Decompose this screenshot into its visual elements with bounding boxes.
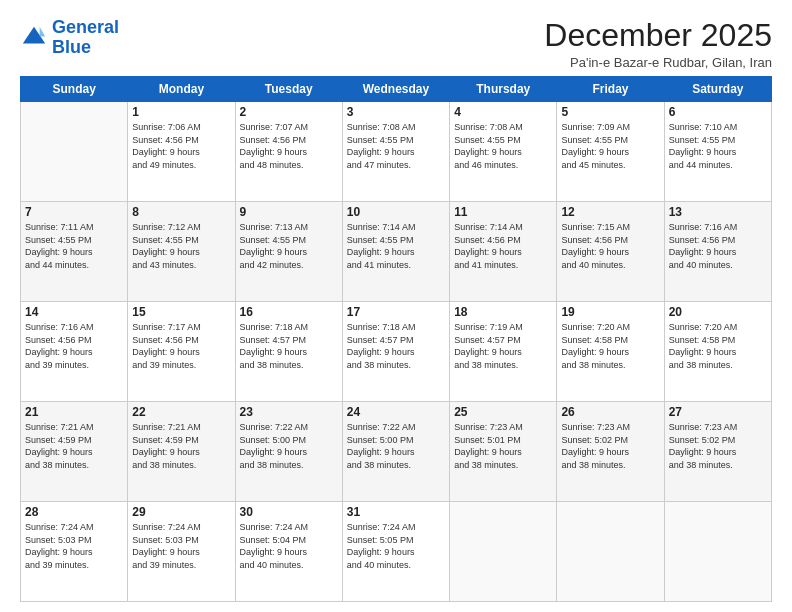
calendar-cell: 21Sunrise: 7:21 AM Sunset: 4:59 PM Dayli… (21, 402, 128, 502)
calendar-cell: 9Sunrise: 7:13 AM Sunset: 4:55 PM Daylig… (235, 202, 342, 302)
day-number: 6 (669, 105, 767, 119)
cell-info: Sunrise: 7:21 AM Sunset: 4:59 PM Dayligh… (132, 421, 230, 471)
day-number: 10 (347, 205, 445, 219)
cell-info: Sunrise: 7:23 AM Sunset: 5:02 PM Dayligh… (561, 421, 659, 471)
weekday-header-sunday: Sunday (21, 77, 128, 102)
weekday-header-wednesday: Wednesday (342, 77, 449, 102)
calendar-cell (557, 502, 664, 602)
calendar-cell: 17Sunrise: 7:18 AM Sunset: 4:57 PM Dayli… (342, 302, 449, 402)
calendar-cell: 31Sunrise: 7:24 AM Sunset: 5:05 PM Dayli… (342, 502, 449, 602)
logo-icon (20, 24, 48, 52)
day-number: 2 (240, 105, 338, 119)
day-number: 12 (561, 205, 659, 219)
day-number: 21 (25, 405, 123, 419)
cell-info: Sunrise: 7:16 AM Sunset: 4:56 PM Dayligh… (25, 321, 123, 371)
calendar-cell: 4Sunrise: 7:08 AM Sunset: 4:55 PM Daylig… (450, 102, 557, 202)
cell-info: Sunrise: 7:24 AM Sunset: 5:04 PM Dayligh… (240, 521, 338, 571)
calendar-cell: 10Sunrise: 7:14 AM Sunset: 4:55 PM Dayli… (342, 202, 449, 302)
calendar-cell: 12Sunrise: 7:15 AM Sunset: 4:56 PM Dayli… (557, 202, 664, 302)
calendar-cell: 23Sunrise: 7:22 AM Sunset: 5:00 PM Dayli… (235, 402, 342, 502)
cell-info: Sunrise: 7:14 AM Sunset: 4:56 PM Dayligh… (454, 221, 552, 271)
cell-info: Sunrise: 7:07 AM Sunset: 4:56 PM Dayligh… (240, 121, 338, 171)
cell-info: Sunrise: 7:12 AM Sunset: 4:55 PM Dayligh… (132, 221, 230, 271)
cell-info: Sunrise: 7:08 AM Sunset: 4:55 PM Dayligh… (454, 121, 552, 171)
cell-info: Sunrise: 7:13 AM Sunset: 4:55 PM Dayligh… (240, 221, 338, 271)
logo-general: General (52, 17, 119, 37)
main-title: December 2025 (544, 18, 772, 53)
day-number: 22 (132, 405, 230, 419)
week-row-5: 28Sunrise: 7:24 AM Sunset: 5:03 PM Dayli… (21, 502, 772, 602)
calendar-cell: 5Sunrise: 7:09 AM Sunset: 4:55 PM Daylig… (557, 102, 664, 202)
cell-info: Sunrise: 7:21 AM Sunset: 4:59 PM Dayligh… (25, 421, 123, 471)
weekday-header-monday: Monday (128, 77, 235, 102)
title-block: December 2025 Pa'in-e Bazar-e Rudbar, Gi… (544, 18, 772, 70)
calendar-cell: 14Sunrise: 7:16 AM Sunset: 4:56 PM Dayli… (21, 302, 128, 402)
day-number: 25 (454, 405, 552, 419)
calendar-cell: 1Sunrise: 7:06 AM Sunset: 4:56 PM Daylig… (128, 102, 235, 202)
calendar-cell (450, 502, 557, 602)
cell-info: Sunrise: 7:16 AM Sunset: 4:56 PM Dayligh… (669, 221, 767, 271)
day-number: 11 (454, 205, 552, 219)
calendar-cell: 11Sunrise: 7:14 AM Sunset: 4:56 PM Dayli… (450, 202, 557, 302)
calendar-cell: 7Sunrise: 7:11 AM Sunset: 4:55 PM Daylig… (21, 202, 128, 302)
calendar-cell: 18Sunrise: 7:19 AM Sunset: 4:57 PM Dayli… (450, 302, 557, 402)
calendar-cell: 8Sunrise: 7:12 AM Sunset: 4:55 PM Daylig… (128, 202, 235, 302)
day-number: 27 (669, 405, 767, 419)
calendar-cell: 27Sunrise: 7:23 AM Sunset: 5:02 PM Dayli… (664, 402, 771, 502)
cell-info: Sunrise: 7:08 AM Sunset: 4:55 PM Dayligh… (347, 121, 445, 171)
weekday-header-row: SundayMondayTuesdayWednesdayThursdayFrid… (21, 77, 772, 102)
weekday-header-saturday: Saturday (664, 77, 771, 102)
day-number: 18 (454, 305, 552, 319)
cell-info: Sunrise: 7:10 AM Sunset: 4:55 PM Dayligh… (669, 121, 767, 171)
week-row-1: 1Sunrise: 7:06 AM Sunset: 4:56 PM Daylig… (21, 102, 772, 202)
logo-text: General Blue (52, 18, 119, 58)
calendar-cell (664, 502, 771, 602)
day-number: 5 (561, 105, 659, 119)
header: General Blue December 2025 Pa'in-e Bazar… (20, 18, 772, 70)
calendar: SundayMondayTuesdayWednesdayThursdayFrid… (20, 76, 772, 602)
calendar-cell: 20Sunrise: 7:20 AM Sunset: 4:58 PM Dayli… (664, 302, 771, 402)
cell-info: Sunrise: 7:11 AM Sunset: 4:55 PM Dayligh… (25, 221, 123, 271)
calendar-cell: 19Sunrise: 7:20 AM Sunset: 4:58 PM Dayli… (557, 302, 664, 402)
weekday-header-friday: Friday (557, 77, 664, 102)
day-number: 8 (132, 205, 230, 219)
subtitle: Pa'in-e Bazar-e Rudbar, Gilan, Iran (544, 55, 772, 70)
calendar-cell: 22Sunrise: 7:21 AM Sunset: 4:59 PM Dayli… (128, 402, 235, 502)
day-number: 9 (240, 205, 338, 219)
weekday-header-tuesday: Tuesday (235, 77, 342, 102)
calendar-cell: 26Sunrise: 7:23 AM Sunset: 5:02 PM Dayli… (557, 402, 664, 502)
cell-info: Sunrise: 7:06 AM Sunset: 4:56 PM Dayligh… (132, 121, 230, 171)
day-number: 26 (561, 405, 659, 419)
day-number: 4 (454, 105, 552, 119)
week-row-2: 7Sunrise: 7:11 AM Sunset: 4:55 PM Daylig… (21, 202, 772, 302)
logo-blue: Blue (52, 37, 91, 57)
day-number: 13 (669, 205, 767, 219)
weekday-header-thursday: Thursday (450, 77, 557, 102)
cell-info: Sunrise: 7:18 AM Sunset: 4:57 PM Dayligh… (240, 321, 338, 371)
day-number: 1 (132, 105, 230, 119)
calendar-cell (21, 102, 128, 202)
cell-info: Sunrise: 7:23 AM Sunset: 5:02 PM Dayligh… (669, 421, 767, 471)
cell-info: Sunrise: 7:18 AM Sunset: 4:57 PM Dayligh… (347, 321, 445, 371)
day-number: 14 (25, 305, 123, 319)
calendar-cell: 2Sunrise: 7:07 AM Sunset: 4:56 PM Daylig… (235, 102, 342, 202)
day-number: 28 (25, 505, 123, 519)
cell-info: Sunrise: 7:19 AM Sunset: 4:57 PM Dayligh… (454, 321, 552, 371)
day-number: 7 (25, 205, 123, 219)
day-number: 29 (132, 505, 230, 519)
cell-info: Sunrise: 7:15 AM Sunset: 4:56 PM Dayligh… (561, 221, 659, 271)
day-number: 19 (561, 305, 659, 319)
cell-info: Sunrise: 7:09 AM Sunset: 4:55 PM Dayligh… (561, 121, 659, 171)
calendar-cell: 6Sunrise: 7:10 AM Sunset: 4:55 PM Daylig… (664, 102, 771, 202)
cell-info: Sunrise: 7:22 AM Sunset: 5:00 PM Dayligh… (347, 421, 445, 471)
day-number: 24 (347, 405, 445, 419)
calendar-cell: 3Sunrise: 7:08 AM Sunset: 4:55 PM Daylig… (342, 102, 449, 202)
calendar-cell: 24Sunrise: 7:22 AM Sunset: 5:00 PM Dayli… (342, 402, 449, 502)
day-number: 15 (132, 305, 230, 319)
svg-marker-1 (40, 27, 46, 37)
cell-info: Sunrise: 7:24 AM Sunset: 5:03 PM Dayligh… (132, 521, 230, 571)
day-number: 23 (240, 405, 338, 419)
cell-info: Sunrise: 7:23 AM Sunset: 5:01 PM Dayligh… (454, 421, 552, 471)
calendar-cell: 25Sunrise: 7:23 AM Sunset: 5:01 PM Dayli… (450, 402, 557, 502)
cell-info: Sunrise: 7:20 AM Sunset: 4:58 PM Dayligh… (561, 321, 659, 371)
